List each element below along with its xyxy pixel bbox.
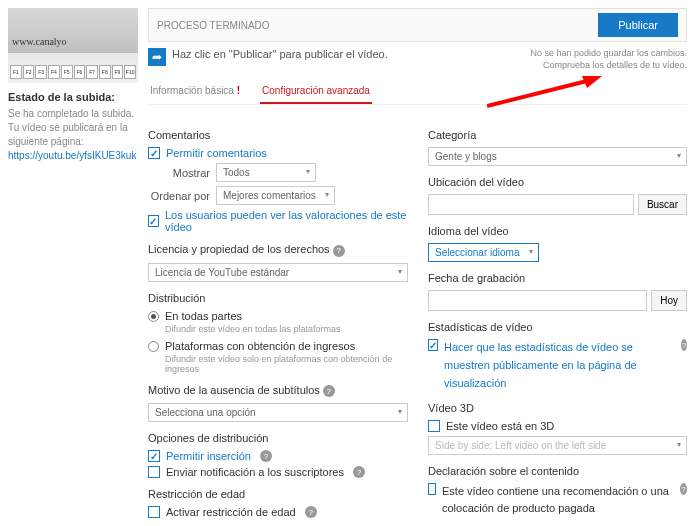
language-title: Idioma del vídeo: [428, 225, 687, 237]
notify-checkbox[interactable]: [148, 466, 160, 478]
today-button[interactable]: Hoy: [651, 290, 687, 311]
category-select[interactable]: Gente y blogs: [428, 147, 687, 166]
video3d-select[interactable]: Side by side: Left video on the left sid…: [428, 436, 687, 455]
license-select[interactable]: Licencia de YouTube estándar: [148, 263, 408, 282]
dist-everywhere-radio[interactable]: [148, 311, 159, 322]
category-title: Categoría: [428, 129, 687, 141]
help-icon[interactable]: ?: [323, 385, 335, 397]
dist-everywhere-label: En todas partes: [165, 310, 242, 322]
location-title: Ubicación del vídeo: [428, 176, 687, 188]
stats-title: Estadísticas de vídeo: [428, 321, 687, 333]
subs-select[interactable]: Selecciona una opción: [148, 403, 408, 422]
video-link[interactable]: https://youtu.be/yfsIKUE3kuk: [8, 150, 136, 161]
age-title: Restricción de edad: [148, 488, 408, 500]
subs-title: Motivo de la ausencia de subtítulos?: [148, 384, 408, 398]
header-bar: PROCESO TERMINADO Publicar: [148, 8, 687, 42]
thumb-url: www.canalyo: [12, 36, 67, 47]
help-icon[interactable]: ?: [681, 339, 687, 351]
tab-basic-info[interactable]: Información básica: [148, 79, 242, 104]
publish-button[interactable]: Publicar: [598, 13, 678, 37]
order-label: Ordenar por: [148, 190, 210, 202]
allow-comments-label: Permitir comentarios: [166, 147, 267, 159]
dist-monetized-radio[interactable]: [148, 341, 159, 352]
video-thumbnail: www.canalyo F1F2F3F4F5F6F7F8F9F10: [8, 8, 138, 83]
location-input[interactable]: [428, 194, 634, 215]
dist-monetized-sub: Difundir este vídeo solo en plataformas …: [165, 354, 408, 374]
declaration-label: Este vídeo contiene una recomendación o …: [442, 483, 671, 516]
help-icon[interactable]: ?: [353, 466, 365, 478]
process-status: PROCESO TERMINADO: [157, 20, 598, 31]
language-select[interactable]: Seleccionar idioma: [428, 243, 539, 262]
distopt-title: Opciones de distribución: [148, 432, 408, 444]
help-icon[interactable]: ?: [680, 483, 687, 495]
stats-label: Hacer que las estadísticas de vídeo se m…: [444, 339, 672, 392]
show-select[interactable]: Todos: [216, 163, 316, 182]
publish-hint: Haz clic en "Publicar" para publicar el …: [172, 48, 524, 60]
distribution-title: Distribución: [148, 292, 408, 304]
tab-advanced-config[interactable]: Configuración avanzada: [260, 79, 372, 104]
ratings-label: Los usuarios pueden ver las valoraciones…: [165, 209, 408, 233]
embed-label: Permitir inserción: [166, 450, 251, 462]
order-select[interactable]: Mejores comentarios: [216, 186, 335, 205]
help-icon[interactable]: ?: [333, 245, 345, 257]
upload-status-title: Estado de la subida:: [8, 91, 138, 103]
age-checkbox[interactable]: [148, 506, 160, 518]
allow-comments-checkbox[interactable]: [148, 147, 160, 159]
show-label: Mostrar: [148, 167, 210, 179]
dist-monetized-label: Plataformas con obtención de ingresos: [165, 340, 355, 352]
video3d-checkbox[interactable]: [428, 420, 440, 432]
recdate-title: Fecha de grabación: [428, 272, 687, 284]
upload-status-done: Se ha completado la subida.: [8, 107, 138, 121]
license-title: Licencia y propiedad de los derechos?: [148, 243, 408, 257]
notify-label: Enviar notificación a los suscriptores: [166, 466, 344, 478]
declaration-title: Declaración sobre el contenido: [428, 465, 687, 477]
ratings-checkbox[interactable]: [148, 215, 159, 227]
recdate-input[interactable]: [428, 290, 647, 311]
help-icon[interactable]: ?: [305, 506, 317, 518]
share-icon: ➦: [148, 48, 166, 66]
upload-status-publish: Tu vídeo se publicará en la siguiente pá…: [8, 121, 138, 163]
stats-checkbox[interactable]: [428, 339, 438, 351]
video3d-label: Este vídeo está en 3D: [446, 420, 554, 432]
dist-everywhere-sub: Difundir este vídeo en todas las platafo…: [165, 324, 408, 334]
declaration-checkbox[interactable]: [428, 483, 436, 495]
help-icon[interactable]: ?: [260, 450, 272, 462]
age-label: Activar restricción de edad: [166, 506, 296, 518]
save-warning: No se han podido guardar los cambios.Com…: [530, 48, 687, 71]
location-search-button[interactable]: Buscar: [638, 194, 687, 215]
comments-title: Comentarios: [148, 129, 408, 141]
video3d-title: Vídeo 3D: [428, 402, 687, 414]
embed-checkbox[interactable]: [148, 450, 160, 462]
